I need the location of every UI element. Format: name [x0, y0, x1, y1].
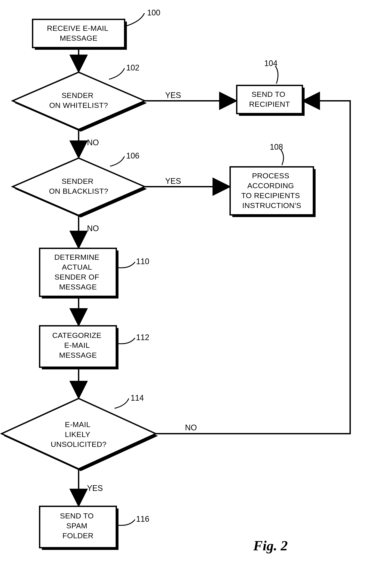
node-112-line2: E-MAIL: [64, 341, 90, 349]
node-102-ref: 102: [126, 63, 140, 72]
node-104-line1: SEND TO: [252, 90, 285, 98]
node-102-line1: SENDER: [62, 91, 94, 99]
node-104-ref: 104: [264, 59, 278, 68]
svg-marker-12: [12, 158, 145, 215]
edge-114-116: YES: [78, 469, 103, 504]
node-106-ref: 106: [126, 151, 140, 160]
node-100-receive-email: RECEIVE E-MAIL MESSAGE 100: [32, 8, 160, 50]
node-102-line2: ON WHITELIST?: [49, 101, 108, 109]
edge-102-104-label: YES: [165, 91, 181, 100]
node-104-line2: RECIPIENT: [249, 100, 290, 108]
edge-106-110-label: NO: [87, 224, 99, 233]
node-110-line4: MESSAGE: [59, 283, 97, 291]
node-112-line1: CATEGORIZE: [52, 331, 102, 339]
edge-106-108-label: YES: [165, 176, 181, 186]
edge-106-108: YES: [145, 176, 228, 187]
node-108-line2: ACCORDING: [247, 181, 294, 190]
node-116-line2: SPAM: [66, 522, 88, 530]
edge-114-no-label: NO: [185, 423, 197, 432]
edge-102-104: YES: [145, 91, 234, 101]
node-110-line2: ACTUAL: [62, 263, 92, 271]
node-112-ref: 112: [136, 333, 149, 342]
node-110-line1: DETERMINE: [54, 253, 100, 261]
edge-102-106: NO: [78, 129, 99, 156]
figure-caption: Fig. 2: [253, 538, 288, 554]
node-108-ref: 108: [270, 142, 283, 151]
edge-106-110: NO: [78, 215, 99, 246]
node-114-likely-unsolicited: E-MAIL LIKELY UNSOLICITED? 114: [2, 393, 158, 471]
node-114-ref: 114: [130, 393, 144, 402]
node-108-line1: PROCESS: [252, 171, 290, 180]
node-100-line1: RECEIVE E-MAIL: [47, 24, 108, 32]
edge-114-no-loop: NO: [156, 101, 350, 434]
node-116-line3: FOLDER: [62, 532, 94, 540]
node-106-line2: ON BLACKLIST?: [49, 187, 108, 195]
node-114-line1: E-MAIL: [65, 420, 90, 429]
svg-marker-4: [12, 72, 145, 129]
node-114-line2: LIKELY: [65, 430, 90, 439]
node-116-line1: SEND TO: [60, 512, 94, 520]
node-110-ref: 110: [136, 257, 149, 266]
node-110-determine-sender: DETERMINE ACTUAL SENDER OF MESSAGE 110: [40, 248, 149, 299]
node-116-ref: 116: [136, 515, 149, 524]
node-106-sender-blacklist: SENDER ON BLACKLIST? 106: [12, 151, 147, 217]
node-102-sender-whitelist: SENDER ON WHITELIST? 102: [12, 63, 147, 132]
svg-rect-1: [32, 19, 125, 47]
node-104-send-to-recipient: SEND TO RECIPIENT 104: [237, 59, 304, 116]
node-100-line2: MESSAGE: [60, 34, 98, 42]
node-108-line4: INSTRUCTION'S: [242, 201, 301, 210]
node-100-ref: 100: [147, 8, 160, 17]
node-116-spam-folder: SEND TO SPAM FOLDER 116: [40, 506, 149, 550]
node-112-categorize: CATEGORIZE E-MAIL MESSAGE 112: [40, 326, 149, 369]
node-114-line3: UNSOLICITED?: [51, 440, 106, 448]
node-108-process-instructions: PROCESS ACCORDING TO RECIPIENTS INSTRUCT…: [230, 142, 316, 217]
node-108-line3: TO RECIPIENTS: [241, 191, 300, 200]
node-110-line3: SENDER OF: [54, 273, 99, 281]
node-106-line1: SENDER: [62, 177, 94, 185]
edge-114-116-label: YES: [87, 484, 103, 493]
svg-rect-8: [237, 85, 302, 114]
node-112-line3: MESSAGE: [59, 351, 97, 359]
edge-102-106-label: NO: [87, 138, 99, 147]
